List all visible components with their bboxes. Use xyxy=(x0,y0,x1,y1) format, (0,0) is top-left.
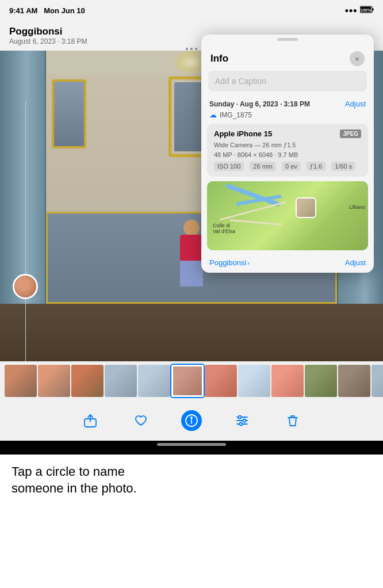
thumbnail-11[interactable] xyxy=(338,365,370,397)
map-pin-inner xyxy=(297,198,315,217)
location-row: Poggibonsi › Adjust xyxy=(201,255,374,273)
thumbnail-2[interactable] xyxy=(38,365,70,397)
dot-2 xyxy=(190,48,193,50)
map-background: Colle diVal d'Elsa Lilliano xyxy=(207,181,368,250)
svg-point-7 xyxy=(191,417,192,418)
thumbnail-1[interactable] xyxy=(5,365,37,397)
share-button[interactable] xyxy=(80,410,101,431)
svg-point-11 xyxy=(239,416,242,419)
face-circle[interactable] xyxy=(13,274,38,299)
map-road-2 xyxy=(230,219,282,226)
date-text: Sunday · Aug 6, 2023 · 3:18 PM xyxy=(209,100,310,108)
info-close-button[interactable]: × xyxy=(350,51,365,66)
info-panel: Info × Add a Caption Sunday · Aug 6, 202… xyxy=(201,35,374,273)
status-icons: ●●● 100% xyxy=(344,6,374,15)
home-indicator xyxy=(157,443,226,446)
thumbnail-5[interactable] xyxy=(138,365,170,397)
face-line xyxy=(25,101,26,361)
thumbnail-9[interactable] xyxy=(271,365,304,397)
svg-point-13 xyxy=(240,423,243,426)
date-row: Sunday · Aug 6, 2023 · 3:18 PM Adjust xyxy=(201,97,374,109)
filename-row: ☁ IMG_1875 xyxy=(201,109,374,124)
toolbar xyxy=(0,400,383,441)
mirror-left xyxy=(52,79,86,148)
status-bar: 9:41 AM Mon Jun 10 ●●● 100% xyxy=(0,0,383,21)
exif-aperture: ƒ1.6 xyxy=(307,162,325,171)
photo-title-block: Poggibonsi August 6, 2023 · 3:18 PM xyxy=(9,26,87,45)
thumbnail-8[interactable] xyxy=(238,365,270,397)
map-section[interactable]: Colle diVal d'Elsa Lilliano xyxy=(207,181,368,250)
svg-rect-2 xyxy=(373,8,374,11)
exif-focal: 26 mm xyxy=(250,162,276,171)
jpeg-badge: JPEG xyxy=(340,129,361,138)
camera-details: Wide Camera — 26 mm ƒ1.5 48 MP · 8064 × … xyxy=(214,140,361,159)
cloud-icon: ☁ xyxy=(209,110,217,119)
dot-3 xyxy=(195,48,197,50)
svg-point-12 xyxy=(243,419,246,422)
thumbnail-strip xyxy=(0,361,383,400)
exif-iso: ISO 100 xyxy=(214,162,244,171)
thumbnail-3[interactable] xyxy=(71,365,104,397)
location-adjust-link[interactable]: Adjust xyxy=(345,258,366,267)
info-button[interactable] xyxy=(181,410,202,431)
map-label-lilliano: Lilliano xyxy=(349,204,365,210)
thumbnail-4[interactable] xyxy=(105,365,137,397)
svg-text:100%: 100% xyxy=(361,8,371,12)
battery-icon: 100% xyxy=(360,6,374,15)
thumbnail-10[interactable] xyxy=(305,365,337,397)
chevron-right-icon: › xyxy=(247,259,250,266)
delete-button[interactable] xyxy=(282,410,303,431)
map-river-1 xyxy=(225,183,281,207)
exif-shutter: 1/60 s xyxy=(331,162,355,171)
dot-1 xyxy=(186,48,188,50)
info-title: Info xyxy=(210,53,228,64)
exif-ev: 0 ev xyxy=(282,162,301,171)
status-time: 9:41 AM Mon Jun 10 xyxy=(9,6,85,15)
camera-header: Apple iPhone 15 JPEG xyxy=(214,129,361,138)
camera-section: Apple iPhone 15 JPEG Wide Camera — 26 mm… xyxy=(207,124,368,177)
filename-text: IMG_1875 xyxy=(220,111,252,119)
thumbnail-7[interactable] xyxy=(205,365,237,397)
caption-input[interactable]: Add a Caption xyxy=(208,71,367,91)
floor xyxy=(0,304,383,361)
thumbnail-6-active[interactable] xyxy=(171,365,204,397)
wifi-icon: ●●● xyxy=(344,6,357,14)
location-link[interactable]: Poggibonsi › xyxy=(209,258,250,267)
bottom-instruction: Tap a circle to namesomeone in the photo… xyxy=(12,464,371,497)
person-head xyxy=(183,220,200,236)
drag-handle[interactable] xyxy=(277,38,298,41)
bottom-text-area: Tap a circle to namesomeone in the photo… xyxy=(0,455,383,588)
adjust-button[interactable] xyxy=(232,410,252,431)
photo-title: Poggibonsi xyxy=(9,26,87,37)
camera-name: Apple iPhone 15 xyxy=(214,129,272,138)
caption-placeholder: Add a Caption xyxy=(215,77,266,86)
location-label: Poggibonsi xyxy=(209,258,246,267)
info-header: Info × xyxy=(201,43,374,71)
map-label-colle: Colle diVal d'Elsa xyxy=(213,223,235,234)
date-adjust-link[interactable]: Adjust xyxy=(345,100,366,108)
exif-row: ISO 100 26 mm 0 ev ƒ1.6 1/60 s xyxy=(214,162,361,171)
map-road-1 xyxy=(220,201,287,221)
more-options-dots[interactable] xyxy=(186,48,197,50)
map-pin xyxy=(296,197,316,218)
thumbnail-12[interactable] xyxy=(371,365,383,397)
photo-subtitle: August 6, 2023 · 3:18 PM xyxy=(9,37,87,45)
like-button[interactable] xyxy=(131,410,151,431)
person-body xyxy=(180,235,203,287)
face-thumbnail xyxy=(14,276,36,297)
